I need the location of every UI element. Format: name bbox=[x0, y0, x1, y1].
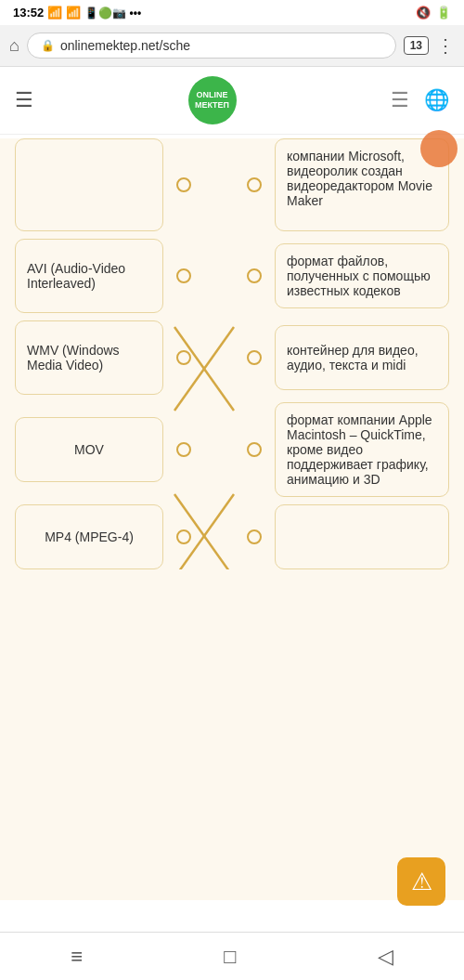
mute-icon: 🔇 bbox=[416, 6, 431, 20]
app-icons: 📱🟢📷 ••• bbox=[84, 7, 141, 20]
nav-home-button[interactable]: □ bbox=[205, 937, 254, 976]
match-row-wmv: WMV (Windows Media Video) контейнер для … bbox=[15, 320, 449, 395]
connector-partial bbox=[163, 138, 275, 231]
right-item-formats: формат файлов, полученных с помощью изве… bbox=[275, 243, 449, 308]
url-text: onlinemektep.net/sche bbox=[60, 38, 190, 53]
right-item-container: контейнер для видео, аудио, текста и mid… bbox=[275, 325, 449, 390]
header-right-icons: ☰ 🌐 bbox=[391, 88, 449, 112]
match-row-mp4: MP4 (MPEG-4) bbox=[15, 504, 449, 569]
bottom-nav: ≡ □ ◁ bbox=[0, 932, 464, 980]
browser-home-button[interactable]: ⌂ bbox=[9, 36, 19, 56]
globe-icon[interactable]: 🌐 bbox=[424, 88, 449, 112]
battery-icon: 🔋 bbox=[436, 6, 451, 20]
right-item-microsoft: компании Microsoft, видеоролик создан ви… bbox=[275, 138, 449, 231]
status-bar: 13:52 📶 📶 📱🟢📷 ••• 🔇 🔋 bbox=[0, 0, 464, 25]
main-content: компании Microsoft, видеоролик создан ви… bbox=[0, 138, 464, 900]
nav-home-icon: □ bbox=[224, 945, 236, 968]
nav-back-icon: ◁ bbox=[378, 945, 393, 968]
match-row-avi: AVI (Audio-Video Interleaved) формат фай… bbox=[15, 239, 449, 313]
lock-icon: 🔒 bbox=[41, 39, 55, 52]
list-view-icon[interactable]: ☰ bbox=[391, 88, 409, 112]
right-text-microsoft: компании Microsoft, видеоролик создан ви… bbox=[287, 149, 432, 208]
nav-menu-icon: ≡ bbox=[71, 945, 83, 968]
alert-fab-button[interactable]: ⚠ bbox=[397, 857, 445, 906]
nav-menu-button[interactable]: ≡ bbox=[52, 937, 101, 976]
browser-bar: ⌂ 🔒 onlinemektep.net/sche 13 ⋮ bbox=[0, 25, 464, 67]
site-header: ☰ ONLINE МЕКТЕП ☰ 🌐 bbox=[0, 67, 464, 135]
wifi-icon: 📶 bbox=[66, 6, 81, 20]
site-logo: ONLINE МЕКТЕП bbox=[188, 76, 237, 124]
left-item-mov: MOV bbox=[15, 417, 163, 482]
match-row-mov: MOV формат компании Apple Macintosh – Qu… bbox=[15, 402, 449, 497]
signal-icon: 📶 bbox=[47, 6, 62, 20]
right-item-apple: формат компании Apple Macintosh – QuickT… bbox=[275, 402, 449, 497]
alert-icon: ⚠ bbox=[411, 868, 432, 896]
left-item-wmv: WMV (Windows Media Video) bbox=[15, 320, 163, 395]
browser-menu-icon[interactable]: ⋮ bbox=[436, 34, 455, 57]
time-display: 13:52 bbox=[13, 6, 44, 20]
left-item-mp4: MP4 (MPEG-4) bbox=[15, 504, 163, 569]
nav-back-button[interactable]: ◁ bbox=[359, 937, 412, 976]
hamburger-icon[interactable]: ☰ bbox=[15, 88, 33, 112]
url-box[interactable]: 🔒 onlinemektep.net/sche bbox=[27, 33, 396, 59]
left-item-avi-partial bbox=[15, 138, 163, 231]
tab-count-badge[interactable]: 13 bbox=[404, 36, 429, 55]
matching-exercise: AVI (Audio-Video Interleaved) формат фай… bbox=[0, 239, 464, 569]
left-item-avi: AVI (Audio-Video Interleaved) bbox=[15, 239, 163, 313]
right-item-mp4-desc bbox=[275, 504, 449, 569]
